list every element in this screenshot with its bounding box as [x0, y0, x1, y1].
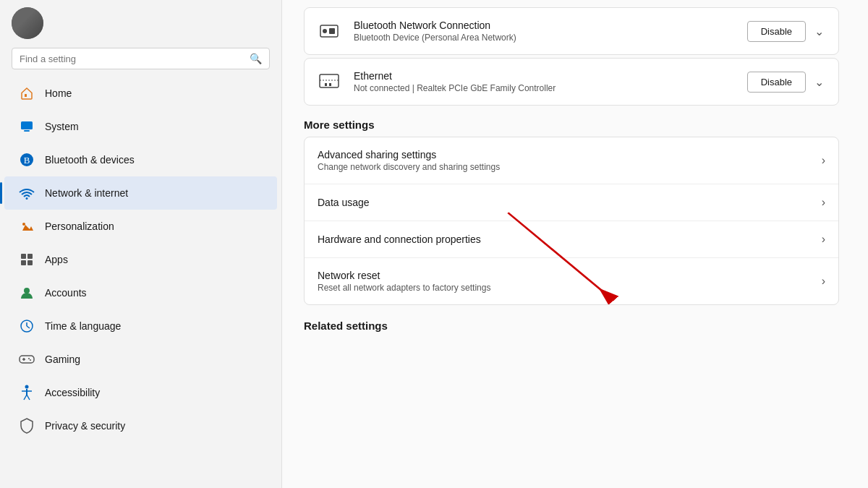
sidebar-item-label-network: Network & internet [45, 187, 128, 199]
hardware-title: Hardware and connection properties [318, 234, 822, 245]
time-icon [19, 318, 35, 334]
sidebar-nav: Home System B [0, 75, 281, 488]
svg-rect-1 [21, 121, 33, 129]
app-container: 🔍 Home [0, 0, 868, 488]
search-bar[interactable]: 🔍 [12, 48, 270, 69]
ethernet-disable-button[interactable]: Disable [747, 72, 806, 93]
svg-point-18 [28, 358, 30, 359]
svg-line-14 [27, 326, 30, 328]
svg-rect-2 [24, 130, 30, 132]
content-inner: Bluetooth Network Connection Bluetooth D… [282, 0, 861, 354]
accounts-icon [19, 285, 35, 301]
privacy-icon [19, 418, 35, 434]
svg-rect-15 [20, 356, 34, 363]
ethernet-card: Ethernet Not connected | Realtek PCIe Gb… [304, 58, 839, 106]
svg-line-24 [27, 395, 30, 400]
sidebar-item-home[interactable]: Home [4, 77, 277, 110]
svg-rect-30 [325, 83, 327, 86]
ethernet-icon [316, 69, 342, 95]
svg-point-11 [24, 288, 30, 294]
sidebar-item-accessibility[interactable]: Accessibility [4, 376, 277, 409]
data-usage-title: Data usage [318, 197, 822, 208]
svg-rect-7 [21, 254, 26, 259]
svg-rect-9 [21, 260, 26, 265]
sidebar: 🔍 Home [0, 0, 282, 488]
sidebar-item-label-accessibility: Accessibility [45, 387, 100, 398]
bluetooth-network-actions: Disable ⌄ [747, 21, 827, 42]
sidebar-item-label-home: Home [45, 87, 72, 99]
personalization-icon [19, 218, 35, 234]
bluetooth-network-subtitle: Bluetooth Device (Personal Area Network) [354, 33, 736, 43]
ethernet-subtitle: Not connected | Realtek PCIe GbE Family … [354, 83, 736, 93]
related-settings-label: Related settings [304, 320, 839, 332]
accessibility-icon [19, 385, 35, 401]
network-reset-title: Network reset [318, 270, 822, 281]
sidebar-item-bluetooth[interactable]: B Bluetooth & devices [4, 143, 277, 176]
sidebar-item-apps[interactable]: Apps [4, 243, 277, 276]
gaming-icon [19, 351, 35, 367]
bluetooth-icon: B [19, 152, 35, 168]
sidebar-item-label-system: System [45, 121, 79, 132]
sidebar-item-system[interactable]: System [4, 110, 277, 143]
hardware-chevron-icon: › [822, 233, 825, 246]
ethernet-info: Ethernet Not connected | Realtek PCIe Gb… [354, 70, 736, 93]
sidebar-item-time[interactable]: Time & language [4, 309, 277, 343]
search-icon: 🔍 [250, 53, 262, 64]
ethernet-title: Ethernet [354, 70, 736, 82]
sidebar-item-label-personalization: Personalization [45, 221, 114, 232]
bluetooth-network-disable-button[interactable]: Disable [747, 21, 806, 42]
bluetooth-network-title: Bluetooth Network Connection [354, 20, 736, 31]
sidebar-item-accounts[interactable]: Accounts [4, 276, 277, 309]
bluetooth-network-icon [316, 18, 342, 44]
ethernet-actions: Disable ⌄ [747, 72, 827, 93]
sidebar-item-label-apps: Apps [45, 254, 68, 265]
search-input[interactable] [20, 53, 244, 64]
home-icon [19, 85, 35, 101]
data-usage-chevron-icon: › [822, 196, 825, 209]
sidebar-item-personalization[interactable]: Personalization [4, 210, 277, 243]
sidebar-item-privacy[interactable]: Privacy & security [4, 409, 277, 442]
sidebar-item-label-gaming: Gaming [45, 354, 80, 365]
svg-rect-10 [27, 260, 33, 265]
settings-list-wrapper: Advanced sharing settings Change network… [304, 137, 839, 305]
sidebar-item-label-privacy: Privacy & security [45, 420, 125, 432]
bluetooth-network-card: Bluetooth Network Connection Bluetooth D… [304, 7, 839, 55]
settings-item-hardware[interactable]: Hardware and connection properties › [305, 221, 838, 258]
svg-point-6 [22, 223, 25, 226]
svg-text:B: B [24, 155, 30, 166]
network-icon [19, 185, 35, 201]
network-reset-subtitle: Reset all network adapters to factory se… [318, 283, 822, 293]
settings-list: Advanced sharing settings Change network… [304, 137, 839, 305]
advanced-sharing-subtitle: Change network discovery and sharing set… [318, 162, 822, 172]
svg-point-20 [25, 385, 29, 389]
hardware-text: Hardware and connection properties [318, 234, 822, 245]
network-reset-chevron-icon: › [822, 275, 825, 288]
sidebar-item-label-bluetooth: Bluetooth & devices [45, 154, 135, 166]
ethernet-chevron-button[interactable]: ⌄ [812, 72, 827, 92]
data-usage-text: Data usage [318, 197, 822, 208]
svg-rect-8 [27, 254, 33, 259]
advanced-sharing-text: Advanced sharing settings Change network… [318, 149, 822, 172]
svg-rect-31 [329, 83, 331, 86]
svg-point-19 [30, 359, 31, 361]
sidebar-item-gaming[interactable]: Gaming [4, 343, 277, 376]
svg-rect-0 [25, 94, 27, 97]
main-content: Bluetooth Network Connection Bluetooth D… [282, 0, 868, 488]
bluetooth-network-info: Bluetooth Network Connection Bluetooth D… [354, 20, 736, 43]
svg-point-26 [323, 29, 327, 33]
settings-item-data-usage[interactable]: Data usage › [305, 184, 838, 221]
svg-point-5 [26, 197, 28, 200]
advanced-sharing-title: Advanced sharing settings [318, 149, 822, 160]
network-reset-text: Network reset Reset all network adapters… [318, 270, 822, 293]
svg-line-23 [24, 395, 27, 400]
svg-rect-27 [329, 28, 335, 34]
bluetooth-network-chevron-button[interactable]: ⌄ [812, 22, 827, 41]
settings-item-network-reset[interactable]: Network reset Reset all network adapters… [305, 258, 838, 304]
system-icon [19, 119, 35, 134]
sidebar-item-network[interactable]: Network & internet [4, 176, 277, 210]
settings-item-advanced-sharing[interactable]: Advanced sharing settings Change network… [305, 137, 838, 184]
avatar [12, 7, 43, 39]
more-settings-heading: More settings [304, 119, 839, 131]
sidebar-item-label-accounts: Accounts [45, 287, 87, 299]
sidebar-item-label-time: Time & language [45, 320, 121, 332]
